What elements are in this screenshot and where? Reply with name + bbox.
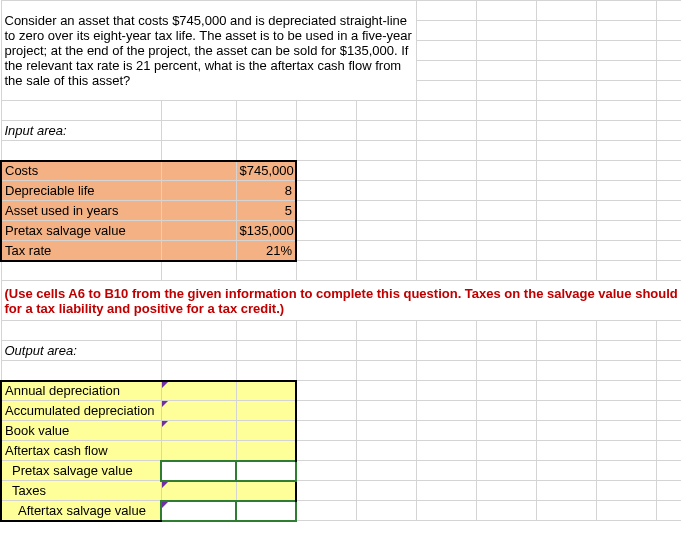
cell[interactable] <box>656 461 681 481</box>
cell[interactable] <box>416 441 476 461</box>
cell[interactable] <box>596 401 656 421</box>
cell[interactable] <box>416 381 476 401</box>
cell[interactable] <box>656 341 681 361</box>
cell[interactable] <box>296 361 356 381</box>
cell[interactable] <box>596 81 656 101</box>
cell[interactable] <box>416 321 476 341</box>
pretax-salvage-value[interactable]: $135,000 <box>236 221 296 241</box>
cell[interactable] <box>236 101 296 121</box>
cell[interactable] <box>536 481 596 501</box>
cell[interactable] <box>536 21 596 41</box>
cell[interactable] <box>476 181 536 201</box>
cell[interactable] <box>296 261 356 281</box>
cell[interactable] <box>596 1 656 21</box>
cell[interactable] <box>476 141 536 161</box>
cell[interactable] <box>1 261 161 281</box>
cell[interactable] <box>596 441 656 461</box>
spreadsheet-grid[interactable]: Consider an asset that costs $745,000 an… <box>0 0 681 522</box>
cell[interactable] <box>416 481 476 501</box>
cell[interactable] <box>656 81 681 101</box>
cell[interactable] <box>356 241 416 261</box>
cell[interactable] <box>1 101 161 121</box>
asset-used-value[interactable]: 5 <box>236 201 296 221</box>
cell[interactable] <box>236 461 296 481</box>
cell[interactable] <box>1 141 161 161</box>
cell[interactable] <box>536 181 596 201</box>
cell[interactable] <box>236 321 296 341</box>
cell[interactable] <box>236 501 296 521</box>
cell[interactable] <box>296 181 356 201</box>
cell[interactable] <box>536 161 596 181</box>
cell[interactable] <box>476 441 536 461</box>
cell[interactable] <box>476 41 536 61</box>
cell[interactable] <box>161 241 236 261</box>
cell[interactable] <box>536 41 596 61</box>
cell[interactable] <box>416 361 476 381</box>
cell[interactable] <box>476 161 536 181</box>
cell[interactable] <box>356 381 416 401</box>
cell[interactable] <box>476 401 536 421</box>
cell[interactable] <box>656 221 681 241</box>
cell[interactable] <box>476 461 536 481</box>
cell[interactable] <box>476 381 536 401</box>
cell[interactable] <box>596 381 656 401</box>
cell[interactable] <box>536 441 596 461</box>
cell[interactable] <box>296 401 356 421</box>
cell[interactable] <box>656 21 681 41</box>
cell[interactable] <box>656 261 681 281</box>
cell[interactable] <box>416 141 476 161</box>
cell[interactable] <box>656 161 681 181</box>
cell[interactable] <box>536 261 596 281</box>
cell[interactable] <box>656 321 681 341</box>
cell[interactable] <box>416 81 476 101</box>
cell[interactable] <box>296 121 356 141</box>
cell[interactable] <box>296 461 356 481</box>
cell[interactable] <box>596 61 656 81</box>
cell[interactable] <box>536 201 596 221</box>
cell[interactable] <box>596 421 656 441</box>
accum-dep-cell[interactable] <box>161 401 236 421</box>
cell[interactable] <box>656 181 681 201</box>
cell[interactable] <box>296 481 356 501</box>
cell[interactable] <box>416 421 476 441</box>
cell[interactable] <box>656 441 681 461</box>
cell[interactable] <box>476 421 536 441</box>
cell[interactable] <box>476 361 536 381</box>
cell[interactable] <box>656 141 681 161</box>
cell[interactable] <box>656 421 681 441</box>
cell[interactable] <box>476 341 536 361</box>
cell[interactable] <box>656 201 681 221</box>
cell[interactable] <box>356 101 416 121</box>
cell[interactable] <box>596 261 656 281</box>
cell[interactable] <box>296 161 356 181</box>
cell[interactable] <box>536 141 596 161</box>
cell[interactable] <box>236 441 296 461</box>
cell[interactable] <box>476 201 536 221</box>
cell[interactable] <box>596 181 656 201</box>
cell[interactable] <box>416 121 476 141</box>
costs-value[interactable]: $745,000 <box>236 161 296 181</box>
cell[interactable] <box>356 481 416 501</box>
cell[interactable] <box>296 101 356 121</box>
cell[interactable] <box>536 121 596 141</box>
cell[interactable] <box>476 81 536 101</box>
cell[interactable] <box>476 21 536 41</box>
cell[interactable] <box>296 241 356 261</box>
cell[interactable] <box>416 161 476 181</box>
cell[interactable] <box>356 321 416 341</box>
cell[interactable] <box>236 141 296 161</box>
cell[interactable] <box>296 341 356 361</box>
cell[interactable] <box>161 221 236 241</box>
cell[interactable] <box>596 361 656 381</box>
cell[interactable] <box>536 101 596 121</box>
cell[interactable] <box>476 261 536 281</box>
cell[interactable] <box>596 221 656 241</box>
cell[interactable] <box>536 241 596 261</box>
annual-dep-cell[interactable] <box>161 381 236 401</box>
cell[interactable] <box>356 401 416 421</box>
book-value-cell[interactable] <box>161 421 236 441</box>
cell[interactable] <box>476 121 536 141</box>
cell[interactable] <box>356 421 416 441</box>
cell[interactable] <box>1 361 161 381</box>
cell[interactable] <box>236 421 296 441</box>
